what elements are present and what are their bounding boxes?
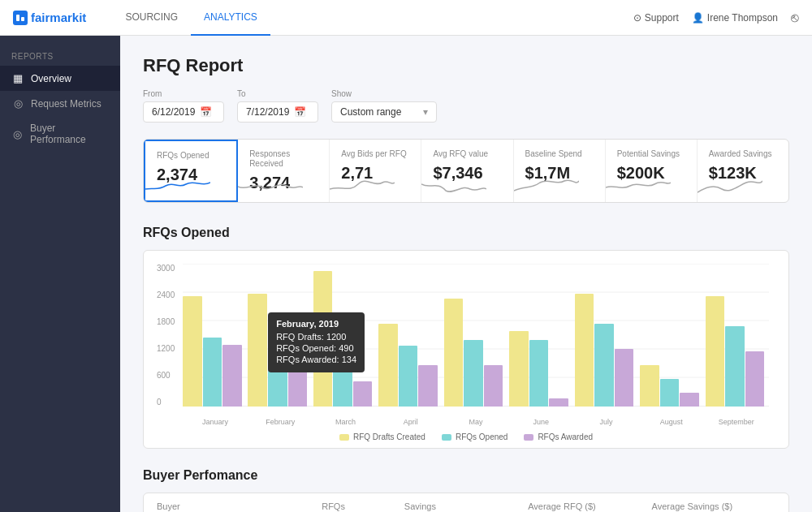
bar-draft-1 [248,294,267,407]
buyer-table: Buyer RFQs Savings Average RFQ ($) Avera… [143,493,789,512]
request-metrics-icon: ◎ [11,97,24,110]
metric-label-6: Awarded Savings [709,149,777,159]
filter-from-label: From [143,89,224,98]
x-label: July [573,418,638,426]
header-right: ⊙ Support 👤 Irene Thompson ⎋ [633,11,799,25]
sidebar-section-label: Reports [0,42,120,66]
col-header-buyer: Buyer [157,501,322,511]
x-label: March [313,418,378,426]
x-label: April [378,418,443,426]
legend-label: RFQ Drafts Created [353,432,425,441]
metric-card-2: Avg Bids per RFQ2,71 [330,140,421,202]
overview-icon: ▦ [11,72,24,84]
metric-label-4: Baseline Spend [525,149,594,159]
y-label: 1200 [157,344,179,353]
legend-item: RFQs Opened [442,432,508,441]
filter-from-input[interactable]: 6/12/2019 📅 [143,101,224,123]
bar-draft-5 [509,331,529,407]
chart-area: 30002400180012006000 February, 2019 [157,264,775,426]
svg-rect-1 [16,15,19,21]
filter-from-value: 6/12/2019 [152,106,195,118]
chart-legend: RFQ Drafts CreatedRFQs OpenedRFQs Awarde… [157,432,775,441]
sidebar-item-overview[interactable]: ▦ Overview [0,66,120,91]
support-label: Support [645,12,679,24]
bar-opened-3 [399,346,418,407]
filter-to-label: To [237,89,318,98]
y-label: 3000 [157,264,179,273]
support-link[interactable]: ⊙ Support [633,12,679,24]
logo-icon [13,11,28,25]
calendar-to-icon: 📅 [294,106,306,118]
x-label: February [248,418,313,426]
page-title: RFQ Report [143,55,789,76]
logo[interactable]: fairmarkit [13,11,86,25]
sidebar: Reports ▦ Overview ◎ Request Metrics ◎ B… [0,36,120,512]
filter-show-value: Custom range [340,106,401,118]
x-label: January [183,418,248,426]
bar-awarded-5 [549,398,568,407]
sidebar-item-label-buyer-performance: Buyer Performance [30,123,109,145]
filters-row: From 6/12/2019 📅 To 7/12/2019 📅 Show [143,89,789,123]
filter-to: To 7/12/2019 📅 [237,89,318,123]
sidebar-item-buyer-performance[interactable]: ◎ Buyer Performance [0,116,120,152]
bar-opened-5 [529,340,549,407]
legend-dot [339,434,349,441]
filter-show: Show Custom range ▾ [331,89,437,123]
bar-opened-7 [660,379,680,407]
bar-opened-4 [464,340,483,407]
user-menu[interactable]: 👤 Irene Thompson [692,12,778,24]
tooltip-row: RFQ Drafts: 1200 [276,332,356,342]
bar-draft-6 [575,294,594,407]
bar-opened-0 [203,338,222,407]
user-name: Irene Thompson [707,12,778,24]
filter-show-select[interactable]: Custom range ▾ [331,101,437,123]
tooltip-row: RFQs Awarded: 134 [276,355,356,364]
buyer-performance-icon: ◎ [11,128,24,140]
legend-label: RFQs Awarded [538,432,593,441]
col-header-avg-savings: Average Savings ($) [652,501,775,511]
tooltip-title: February, 2019 [276,319,356,329]
logout-button[interactable]: ⎋ [791,11,799,25]
bar-draft-3 [378,324,398,407]
y-label: 600 [157,371,179,380]
col-header-rfqs: RFQs [322,501,404,511]
y-label: 0 [157,398,179,407]
bar-opened-8 [725,326,745,407]
bar-draft-8 [706,296,725,407]
x-label: September [704,418,769,426]
content-area: RFQ Report From 6/12/2019 📅 To 7/12/2019… [120,36,812,512]
legend-label: RFQs Opened [456,432,508,441]
support-icon: ⊙ [633,12,641,24]
bar-group-5 [509,331,572,407]
sparkline-3 [421,174,486,199]
tab-sourcing[interactable]: SOURCING [112,0,191,36]
bar-awarded-2 [353,381,373,407]
legend-dot [442,434,451,441]
y-label: 2400 [157,290,179,299]
metric-card-1: Responses Received3,274 [238,140,330,202]
metric-label-2: Avg Bids per RFQ [341,149,409,159]
bar-awarded-3 [418,365,438,407]
svg-rect-0 [13,11,28,25]
legend-item: RFQ Drafts Created [339,432,425,441]
metric-card-0: RFQs Opened2,374 [144,140,238,202]
tab-analytics[interactable]: ANALYTICS [191,0,270,36]
filter-to-input[interactable]: 7/12/2019 📅 [237,101,318,123]
filter-to-value: 7/12/2019 [246,106,289,118]
bar-awarded-8 [745,351,765,407]
bar-group-3 [378,324,442,407]
logo-text: fairmarkit [31,11,86,24]
sparkline-0 [145,173,210,197]
app-container: fairmarkit SOURCING ANALYTICS ⊙ Support … [0,0,812,512]
metric-card-6: Awarded Savings$123K [698,140,788,202]
metric-card-3: Avg RFQ value$7,346 [421,140,513,202]
table-header: Buyer RFQs Savings Average RFQ ($) Avera… [144,493,788,512]
metric-label-1: Responses Received [249,149,317,169]
bar-awarded-7 [680,393,699,407]
sidebar-item-request-metrics[interactable]: ◎ Request Metrics [0,91,120,116]
sparkline-1 [238,174,303,199]
sparkline-5 [606,174,671,199]
bar-awarded-0 [222,345,242,407]
tooltip-rows: RFQ Drafts: 1200RFQs Opened: 490RFQs Awa… [276,332,356,364]
chart-container: 30002400180012006000 February, 2019 [143,250,789,449]
